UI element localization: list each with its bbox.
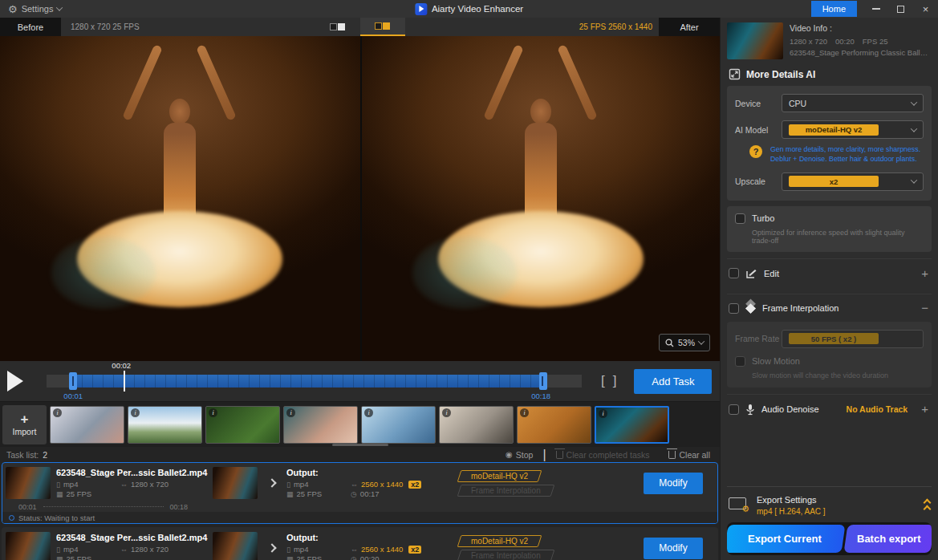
import-button[interactable]: + Import	[2, 405, 47, 444]
view-mode-toggle	[315, 18, 405, 36]
export-settings-row[interactable]: ⚙ Export Settings mp4 [ H.264, AAC ]	[727, 486, 932, 522]
playhead[interactable]	[124, 371, 125, 392]
info-icon[interactable]: i	[364, 408, 373, 417]
transport-bar: 00:02 00:01 00:18 [ ] Add Task	[0, 361, 720, 401]
timeline-selection[interactable]	[71, 375, 542, 388]
edit-checkbox[interactable]	[729, 268, 739, 278]
after-tab: After	[659, 18, 720, 36]
task-resolution: 1280 x 720	[131, 545, 169, 554]
magnifier-icon	[665, 339, 674, 347]
chevron-down-icon	[911, 177, 917, 184]
split-view-button[interactable]	[360, 18, 405, 36]
zoom-control[interactable]: 53%	[659, 334, 710, 351]
media-thumbnail-spa-portrait[interactable]: i	[283, 406, 358, 444]
slow-motion-label: Slow Motion	[752, 356, 800, 366]
media-thumbnail-futuristic-train[interactable]: i	[361, 406, 436, 444]
audio-denoise-row: Audio Denoise No Audio Track +	[727, 394, 932, 424]
export-settings-icon: ⚙	[729, 497, 749, 513]
home-button[interactable]: Home	[811, 1, 857, 17]
resolution-icon: ⇔	[120, 481, 128, 489]
maximize-button[interactable]	[888, 0, 913, 18]
trim-in-icon[interactable]: [	[601, 373, 605, 389]
media-thumbnail-snow-portrait[interactable]: i	[50, 406, 124, 444]
media-strip-scrollbar[interactable]	[332, 444, 388, 446]
modify-button[interactable]: Modify	[644, 538, 703, 559]
trim-end-time: 00:18	[531, 392, 550, 400]
task-output-thumbnail	[213, 467, 258, 499]
clip-range-line	[43, 506, 164, 507]
info-icon[interactable]: i	[442, 408, 451, 417]
task-row[interactable]: 623548_Stage Per...ssic Ballet2.mp4 ▯mp4…	[2, 527, 718, 560]
task-row-selected[interactable]: 623548_Stage Per...ssic Ballet2.mp4 ▯mp4…	[2, 462, 718, 524]
batch-export-button[interactable]: Batch export	[843, 525, 932, 553]
video-filename: 623548_Stage Performing Classic Ballet2.…	[790, 48, 932, 57]
zoom-level-value: 53%	[678, 338, 695, 347]
trim-end-handle[interactable]	[539, 372, 547, 390]
trim-start-handle[interactable]	[69, 372, 77, 390]
info-icon[interactable]: i	[131, 408, 140, 417]
task-format: mp4	[63, 480, 78, 489]
frame-interpolation-checkbox[interactable]	[729, 303, 739, 314]
export-format: mp4 [ H.264, AAC ]	[757, 507, 826, 516]
chevron-down-icon	[698, 338, 705, 344]
output-fps: 25 FPS	[297, 489, 323, 498]
frame-interpolation-row: Frame Interpolation −	[727, 294, 932, 322]
audio-denoise-checkbox[interactable]	[729, 404, 739, 415]
add-task-button[interactable]: Add Task	[634, 369, 712, 394]
export-current-button[interactable]: Export Current	[727, 525, 845, 553]
info-icon[interactable]: i	[53, 408, 62, 417]
double-chevron-up-icon[interactable]	[924, 500, 930, 512]
frame-interpolation-badge: Frame Interpolation	[457, 550, 555, 560]
app-window: ⚙ Settings Aiarty Video Enhancer Home × …	[0, 0, 938, 560]
model-badge: moDetail-HQ v2	[457, 470, 542, 482]
app-title: Aiarty Video Enhancer	[432, 4, 523, 14]
before-pane[interactable]	[0, 36, 360, 361]
more-details-title: More Details AI	[746, 69, 815, 80]
arrow-right-icon	[267, 478, 276, 487]
close-button[interactable]: ×	[913, 0, 938, 18]
output-label: Output:	[286, 468, 459, 477]
upscale-select[interactable]: x2	[782, 172, 924, 191]
play-button[interactable]	[0, 361, 30, 401]
device-select[interactable]: CPU	[782, 94, 924, 112]
frame-interpolation-panel: Frame Rate 50 FPS ( x2 ) Slow Motion Slo…	[727, 322, 932, 388]
task-filename: 623548_Stage Per...ssic Ballet2.mp4	[56, 468, 213, 477]
modify-button[interactable]: Modify	[644, 473, 703, 494]
audio-denoise-label: Audio Denoise	[761, 404, 819, 414]
preview-header: Before 1280 x 720 25 FPS 25 FPS 2560 x 1…	[0, 18, 720, 36]
ai-model-select[interactable]: moDetail-HQ v2	[782, 120, 924, 139]
minimize-button[interactable]	[863, 0, 888, 18]
info-icon[interactable]: i	[520, 408, 529, 417]
trim-out-icon[interactable]: ]	[613, 373, 617, 389]
task-filename: 623548_Stage Per...ssic Ballet2.mp4	[56, 533, 213, 542]
collapse-icon[interactable]: −	[921, 304, 928, 312]
stop-button[interactable]: ◉ Stop	[496, 450, 542, 460]
media-thumbnail-mountains[interactable]: i	[128, 406, 202, 444]
media-thumbnail-ballet-selected[interactable]: i	[595, 406, 669, 444]
help-icon[interactable]: ?	[749, 145, 762, 158]
clear-all-button[interactable]: Clear all	[659, 450, 720, 460]
media-thumbnail-cat[interactable]: i	[439, 406, 514, 444]
info-icon[interactable]: i	[209, 408, 217, 417]
info-icon[interactable]: i	[286, 408, 295, 417]
settings-sidebar: Video Info : 1280 x 720 00:20 FPS 25 623…	[720, 18, 938, 560]
after-pane[interactable]	[360, 36, 721, 361]
settings-menu-button[interactable]: ⚙ Settings	[0, 0, 70, 18]
timeline[interactable]: 00:02 00:01 00:18	[47, 361, 582, 401]
turbo-label: Turbo	[752, 213, 774, 223]
video-resolution: 1280 x 720	[790, 37, 827, 46]
expand-icon[interactable]: +	[921, 270, 928, 278]
task-output-thumbnail	[213, 532, 258, 560]
model-description: Gen more details, more clarity, more sha…	[770, 145, 920, 164]
media-thumbnail-tiger[interactable]: i	[517, 406, 591, 444]
output-resolution: 2560 x 1440	[361, 480, 403, 489]
expand-icon[interactable]: +	[921, 405, 928, 413]
edit-icon	[745, 268, 757, 279]
scale-badge: x2	[408, 481, 421, 489]
turbo-checkbox[interactable]	[735, 213, 745, 224]
import-label: Import	[13, 427, 37, 436]
media-thumbnail-green-plants[interactable]: i	[205, 406, 280, 444]
single-view-button[interactable]	[315, 18, 360, 36]
clear-completed-button[interactable]: Clear completed tasks	[546, 450, 660, 460]
info-icon[interactable]: i	[599, 409, 607, 418]
